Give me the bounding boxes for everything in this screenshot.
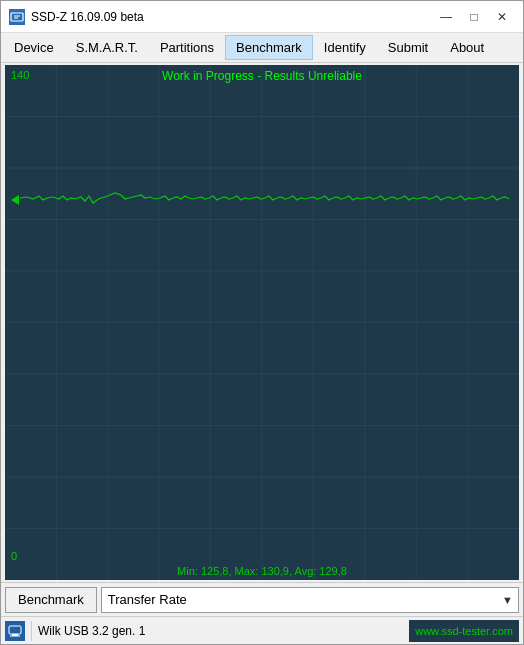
benchmark-button[interactable]: Benchmark	[5, 587, 97, 613]
minimize-button[interactable]: —	[433, 7, 459, 27]
chart-stats: Min: 125,8, Max: 130,9, Avg: 129,8	[5, 565, 519, 577]
status-bar: Wilk USB 3.2 gen. 1 www.ssd-tester.com	[1, 616, 523, 644]
main-window: SSD-Z 16.09.09 beta — □ ✕ Device S.M.A.R…	[0, 0, 524, 645]
svg-marker-21	[11, 195, 19, 205]
close-button[interactable]: ✕	[489, 7, 515, 27]
title-bar-left: SSD-Z 16.09.09 beta	[9, 9, 144, 25]
menu-item-benchmark[interactable]: Benchmark	[225, 35, 313, 60]
transfer-rate-select[interactable]: Transfer Rate IOPS Latency	[101, 587, 519, 613]
window-title: SSD-Z 16.09.09 beta	[31, 10, 144, 24]
menu-item-device[interactable]: Device	[3, 35, 65, 60]
menu-item-smart[interactable]: S.M.A.R.T.	[65, 35, 149, 60]
window-controls: — □ ✕	[433, 7, 515, 27]
bottom-toolbar: Benchmark Transfer Rate IOPS Latency ▼	[1, 582, 523, 616]
website-url: www.ssd-tester.com	[409, 620, 519, 642]
maximize-button[interactable]: □	[461, 7, 487, 27]
status-divider	[31, 621, 32, 641]
menu-item-about[interactable]: About	[439, 35, 495, 60]
device-name-label: Wilk USB 3.2 gen. 1	[38, 624, 405, 638]
svg-rect-22	[9, 626, 21, 634]
chart-svg	[5, 65, 519, 580]
chart-y-min: 0	[11, 550, 17, 562]
transfer-rate-dropdown-wrapper: Transfer Rate IOPS Latency ▼	[101, 587, 519, 613]
app-icon	[9, 9, 25, 25]
title-bar: SSD-Z 16.09.09 beta — □ ✕	[1, 1, 523, 33]
menu-item-identify[interactable]: Identify	[313, 35, 377, 60]
chart-warning-label: Work in Progress - Results Unreliable	[5, 69, 519, 83]
menu-item-partitions[interactable]: Partitions	[149, 35, 225, 60]
device-icon	[5, 621, 25, 641]
menu-bar: Device S.M.A.R.T. Partitions Benchmark I…	[1, 33, 523, 63]
menu-item-submit[interactable]: Submit	[377, 35, 439, 60]
svg-rect-0	[11, 13, 23, 21]
benchmark-chart: Work in Progress - Results Unreliable 14…	[5, 65, 519, 580]
